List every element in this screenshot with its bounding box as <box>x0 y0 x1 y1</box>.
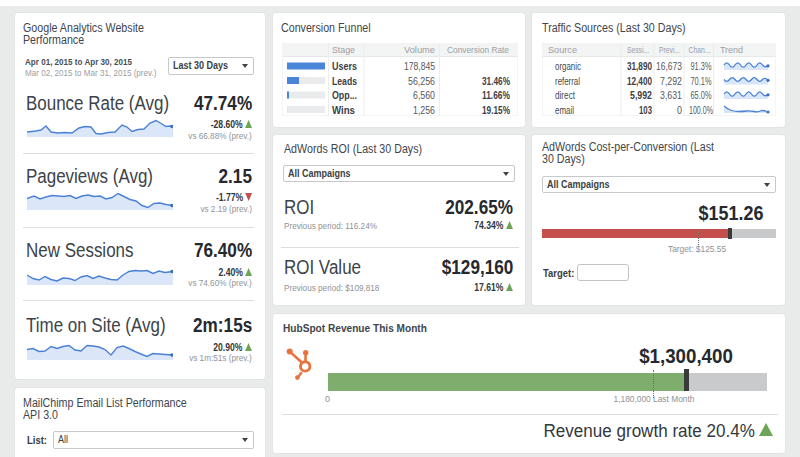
svg-text:Trend: Trend <box>720 44 743 55</box>
svg-text:100.0%: 100.0% <box>689 104 713 116</box>
svg-text:12,400: 12,400 <box>627 75 652 87</box>
svg-text:organic: organic <box>555 60 581 72</box>
svg-text:103: 103 <box>639 104 652 116</box>
svg-text:1,256: 1,256 <box>413 104 435 116</box>
svg-text:65.0%: 65.0% <box>691 89 712 101</box>
svg-text:70.1%: 70.1% <box>691 75 712 87</box>
svg-text:6,560: 6,560 <box>413 89 435 101</box>
svg-text:11.66%: 11.66% <box>482 89 511 101</box>
svg-text:31,890: 31,890 <box>627 60 652 72</box>
svg-text:Users: Users <box>332 60 357 72</box>
svg-text:Volume: Volume <box>404 44 435 55</box>
svg-text:5,992: 5,992 <box>630 89 652 101</box>
svg-text:Opp...: Opp... <box>332 89 357 101</box>
svg-text:Sessi...: Sessi... <box>627 44 649 55</box>
svg-text:56,256: 56,256 <box>408 75 435 87</box>
svg-text:Conversion Rate: Conversion Rate <box>447 44 509 55</box>
svg-text:19.15%: 19.15% <box>482 104 511 116</box>
svg-text:91.3%: 91.3% <box>691 60 712 72</box>
svg-text:Chan...: Chan... <box>689 44 711 55</box>
svg-text:178,845: 178,845 <box>404 60 435 72</box>
svg-text:Wins: Wins <box>332 104 355 116</box>
svg-text:referral: referral <box>555 75 580 87</box>
svg-text:Leads: Leads <box>332 75 357 87</box>
svg-text:31.46%: 31.46% <box>482 75 511 87</box>
svg-text:7,292: 7,292 <box>660 75 682 87</box>
svg-text:16,673: 16,673 <box>656 60 682 72</box>
svg-text:3,631: 3,631 <box>660 89 682 101</box>
svg-text:direct: direct <box>555 89 575 101</box>
svg-text:email: email <box>555 104 574 116</box>
svg-text:Stage: Stage <box>332 44 355 55</box>
svg-text:Previ...: Previ... <box>659 44 680 55</box>
svg-text:Source: Source <box>548 44 577 55</box>
svg-text:0: 0 <box>677 104 682 116</box>
